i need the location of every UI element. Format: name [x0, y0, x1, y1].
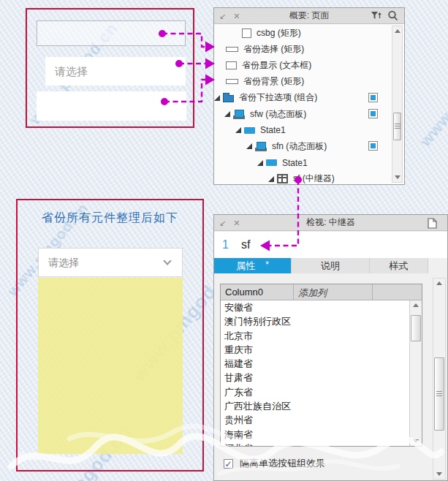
close-icon[interactable]: ✕	[233, 12, 240, 20]
add-column-header[interactable]: 添加列	[294, 284, 373, 300]
tab-说明[interactable]: 说明	[292, 258, 370, 273]
grid-row[interactable]: 广西壮族自治区	[221, 399, 409, 413]
grid-scrollbar[interactable]	[409, 300, 422, 446]
dynamic-panel-icon	[233, 110, 245, 119]
province-dropdown[interactable]: 请选择	[38, 248, 183, 277]
unsaved-badge: *	[265, 260, 269, 270]
inspector-tabs: 属性*说明样式	[214, 258, 428, 273]
tree-item-label: State1	[282, 158, 308, 168]
grid-row[interactable]: 广东省	[221, 385, 409, 399]
scroll-up-icon[interactable]	[433, 281, 445, 285]
grid-row[interactable]: 重庆市	[221, 343, 409, 357]
rectangle-icon	[242, 29, 251, 38]
axure-workspace: www.pmgod.cnwww.pmgod.cnwww.pmgod.cnwww.…	[0, 0, 448, 481]
grid-row[interactable]: 海南省	[221, 428, 409, 442]
grid-row[interactable]: 澳门特别行政区	[221, 314, 409, 328]
tree-item-label: 省份背景 (矩形)	[243, 75, 304, 88]
wireframe-group-bottom: 省份所有元件整理后如下 请选择	[16, 199, 204, 471]
tree-item[interactable]: 省份背景 (矩形)	[214, 74, 392, 90]
tab-label: 说明	[321, 260, 340, 273]
scrollbar-thumb[interactable]	[411, 315, 421, 341]
inspector-panel-header: ↙ ✕ 检视: 中继器	[214, 215, 447, 231]
visibility-toggle-icon[interactable]	[368, 93, 378, 102]
tab-label: 属性	[236, 260, 255, 273]
tree-item-label: sfn (动态面板)	[272, 140, 327, 153]
grid-row[interactable]: 福建省	[221, 357, 409, 371]
grid-rows: 安徽省澳门特别行政区北京市重庆市福建省甘肃省广东省广西壮族自治区贵州省海南省河北…	[221, 300, 409, 446]
widget-name-field[interactable]: sf	[241, 238, 250, 251]
checkbox[interactable]: ✓	[224, 459, 233, 469]
expand-arrow-icon[interactable]	[235, 127, 241, 133]
scrollbar-thumb[interactable]	[434, 357, 444, 431]
tree-item[interactable]: sfn (动态面板)	[214, 138, 392, 154]
state-icon	[244, 127, 255, 134]
outline-panel: ↙ ✕ 概要: 页面 csbg (矩形)省份选择 (矩形)省份显示 (文本框)省…	[213, 7, 405, 185]
tree-item[interactable]: sf (中继器)	[214, 171, 392, 183]
scroll-down-icon[interactable]	[392, 175, 402, 179]
inspector-panel: ↙ ✕ 检视: 中继器 1 sf 属性*说明样式 Column0 添加列 安徽省…	[213, 214, 448, 481]
visibility-toggle-icon[interactable]	[368, 141, 378, 151]
folder-icon	[223, 95, 234, 102]
province-display-textfield[interactable]: 请选择	[45, 57, 186, 86]
group-title: 省份所有元件整理后如下	[18, 211, 202, 226]
province-select-rect[interactable]	[37, 91, 186, 121]
tree-item-label: sf (中继器)	[293, 173, 335, 183]
close-icon[interactable]: ✕	[233, 219, 240, 227]
visibility-toggle-icon[interactable]	[368, 109, 378, 118]
grid-header: Column0 添加列	[221, 284, 422, 300]
dropdown-placeholder: 请选择	[48, 257, 79, 268]
tab-样式[interactable]: 样式	[370, 258, 428, 273]
grid-row[interactable]: 安徽省	[221, 300, 409, 314]
province-background-rect[interactable]	[37, 20, 186, 46]
widget-name-row: 1 sf	[214, 232, 447, 258]
dock-icon[interactable]: ↙	[219, 219, 226, 227]
text-field-icon	[226, 61, 237, 69]
repeater-dataset-grid: Column0 添加列 安徽省澳门特别行政区北京市重庆市福建省甘肃省广东省广西壮…	[220, 284, 422, 447]
tree-item[interactable]: csbg (矩形)	[214, 25, 392, 41]
tree-item[interactable]: 省份显示 (文本框)	[214, 57, 392, 73]
inspector-panel-title: 检视: 中继器	[306, 216, 355, 229]
tree-item-label: 省份选择 (矩形)	[243, 43, 304, 56]
grid-row[interactable]: 甘肃省	[221, 371, 409, 385]
grid-row[interactable]: 贵州省	[221, 413, 409, 427]
scrollbar-thumb[interactable]	[393, 113, 401, 140]
grid-row[interactable]: 北京市	[221, 329, 409, 343]
dock-icon[interactable]: ↙	[219, 12, 226, 20]
scroll-up-icon[interactable]	[392, 29, 402, 33]
tree-item-label: 省份显示 (文本框)	[242, 59, 311, 72]
watermark-text: www.pmgod.cn	[416, 41, 448, 151]
tree-item[interactable]: sfw (动态面板)	[214, 106, 392, 122]
grid-column-header[interactable]: Column0	[221, 284, 294, 300]
scroll-up-icon[interactable]	[410, 303, 422, 307]
expand-arrow-icon[interactable]	[257, 160, 263, 166]
tree-item-label: csbg (矩形)	[257, 27, 301, 39]
chevron-down-icon	[163, 257, 171, 265]
expand-arrow-icon[interactable]	[246, 143, 252, 149]
tree-item-label: 省份下拉选项 (组合)	[239, 91, 317, 104]
expand-arrow-icon[interactable]	[224, 111, 230, 117]
tree-item-label: State1	[260, 125, 286, 135]
tab-属性[interactable]: 属性*	[214, 258, 292, 273]
scroll-down-icon[interactable]	[433, 472, 445, 476]
grid-row[interactable]: 河北省	[221, 442, 409, 446]
filter-icon[interactable]	[371, 10, 381, 21]
expand-arrow-icon[interactable]	[268, 176, 274, 182]
dynamic-panel-icon	[255, 142, 267, 151]
page-notes-icon[interactable]	[428, 218, 437, 229]
flat-rect-icon	[226, 47, 238, 52]
outline-scrollbar[interactable]	[392, 26, 403, 183]
widget-tree: csbg (矩形)省份选择 (矩形)省份显示 (文本框)省份背景 (矩形)省份下…	[214, 25, 392, 183]
tree-item[interactable]: State1	[214, 122, 392, 138]
isolate-radio-group-option[interactable]: ✓ 隔离单选按钮组效果	[224, 457, 325, 470]
tree-item[interactable]: 省份下拉选项 (组合)	[214, 90, 392, 106]
tree-item[interactable]: State1	[214, 155, 392, 171]
search-icon[interactable]	[387, 10, 398, 21]
expand-arrow-icon[interactable]	[214, 95, 220, 101]
tree-item[interactable]: 省份选择 (矩形)	[214, 41, 392, 57]
tab-label: 样式	[390, 260, 409, 273]
repeater-icon	[277, 174, 288, 183]
scroll-down-icon[interactable]	[410, 439, 422, 443]
outline-panel-title: 概要: 页面	[289, 10, 330, 22]
province-options-panel[interactable]	[38, 278, 183, 454]
inspector-scrollbar[interactable]	[433, 278, 446, 480]
